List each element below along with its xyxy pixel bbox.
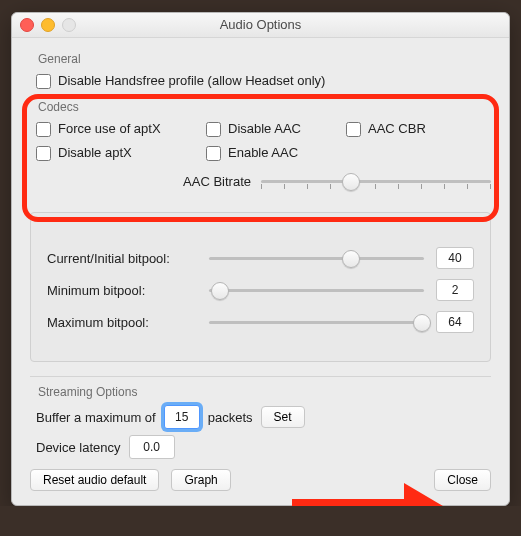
reset-audio-default-button[interactable]: Reset audio default: [30, 469, 159, 491]
disable-aac-label: Disable AAC: [228, 120, 301, 138]
force-aptx-input[interactable]: [36, 122, 51, 137]
aac-cbr-checkbox[interactable]: AAC CBR: [346, 120, 491, 138]
disable-handsfree-input[interactable]: [36, 74, 51, 89]
disable-aptx-input[interactable]: [36, 146, 51, 161]
disable-aac-input[interactable]: [206, 122, 221, 137]
audio-options-window: Audio Options General Disable Handsfree …: [11, 12, 510, 506]
titlebar: Audio Options: [12, 13, 509, 38]
separator: [30, 376, 491, 377]
window-content: General Disable Handsfree profile (allow…: [12, 38, 509, 505]
minimum-bitpool-value[interactable]: 2: [436, 279, 474, 301]
bitpool-group: Current/Initial bitpool: 40 Minimum bitp…: [30, 212, 491, 362]
current-bitpool-label: Current/Initial bitpool:: [47, 251, 197, 266]
streaming-group-label: Streaming Options: [38, 385, 491, 399]
window-title: Audio Options: [12, 17, 509, 32]
disable-aac-checkbox[interactable]: Disable AAC: [206, 120, 346, 138]
maximum-bitpool-slider[interactable]: [209, 313, 424, 331]
aac-cbr-label: AAC CBR: [368, 120, 426, 138]
current-bitpool-slider[interactable]: [209, 249, 424, 267]
enable-aac-checkbox[interactable]: Enable AAC: [206, 144, 346, 162]
minimum-bitpool-slider[interactable]: [209, 281, 424, 299]
buffer-suffix-label: packets: [208, 410, 253, 425]
close-button[interactable]: Close: [434, 469, 491, 491]
disable-handsfree-checkbox[interactable]: Disable Handsfree profile (allow Headset…: [36, 72, 491, 90]
device-latency-label: Device latency: [36, 440, 121, 455]
force-aptx-checkbox[interactable]: Force use of aptX: [36, 120, 206, 138]
aac-cbr-input[interactable]: [346, 122, 361, 137]
disable-aptx-label: Disable aptX: [58, 144, 132, 162]
enable-aac-label: Enable AAC: [228, 144, 298, 162]
device-latency-input[interactable]: 0.0: [129, 435, 175, 459]
minimum-bitpool-label: Minimum bitpool:: [47, 283, 197, 298]
maximum-bitpool-label: Maximum bitpool:: [47, 315, 197, 330]
disable-aptx-checkbox[interactable]: Disable aptX: [36, 144, 206, 162]
general-group-label: General: [38, 52, 491, 66]
graph-button[interactable]: Graph: [171, 469, 230, 491]
set-button[interactable]: Set: [261, 406, 305, 428]
enable-aac-input[interactable]: [206, 146, 221, 161]
disable-handsfree-label: Disable Handsfree profile (allow Headset…: [58, 72, 325, 90]
force-aptx-label: Force use of aptX: [58, 120, 161, 138]
buffer-packets-input[interactable]: 15: [164, 405, 200, 429]
maximum-bitpool-value[interactable]: 64: [436, 311, 474, 333]
aac-bitrate-label: AAC Bitrate: [36, 174, 251, 189]
aac-bitrate-slider[interactable]: [261, 172, 491, 190]
current-bitpool-value[interactable]: 40: [436, 247, 474, 269]
buffer-prefix-label: Buffer a maximum of: [36, 410, 156, 425]
codecs-group-label: Codecs: [38, 100, 491, 114]
